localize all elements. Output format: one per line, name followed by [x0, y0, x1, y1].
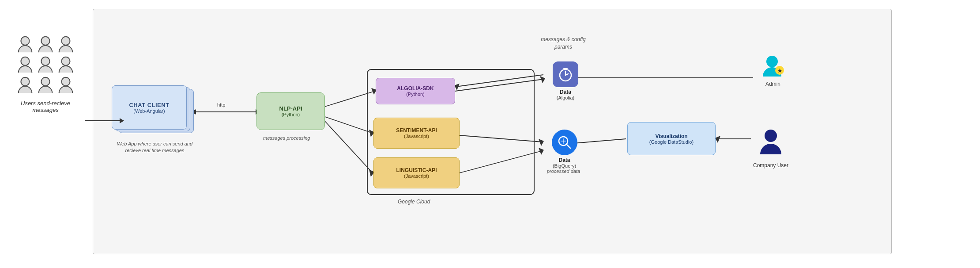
user-icon: [36, 56, 55, 74]
user-icon: [57, 35, 75, 54]
visualization-box: Visualization (Google DataStudio): [627, 122, 716, 155]
linguistic-api-box: LINGUISTIC-API (Javascript): [373, 157, 460, 188]
chat-client-subtitle: (Web-Angular): [133, 108, 165, 114]
user-icon: [36, 35, 55, 54]
user-icon: [36, 76, 55, 95]
user-icon: [57, 56, 75, 74]
svg-text:★: ★: [777, 68, 782, 74]
svg-point-3: [21, 57, 29, 65]
diagram-wrapper: Users send-recieve messages NLP (bidirec…: [0, 0, 980, 268]
linguistic-api-subtitle: (Javascript): [404, 173, 429, 179]
svg-marker-31: [715, 136, 720, 143]
sentiment-api-title: SENTIMENT-API: [396, 127, 437, 134]
svg-point-5: [61, 57, 70, 65]
svg-marker-19: [540, 76, 545, 83]
visualization-subtitle: (Google DataStudio): [649, 139, 694, 145]
main-architecture-box: NLP (bidirectional http) -->: [93, 9, 892, 254]
chat-client-container: CHAT CLIENT (Web-Angular) Web App where …: [112, 85, 193, 136]
data-bigquery-container: Data (BigQuery): [543, 130, 585, 168]
processed-data-label: processed data: [543, 168, 584, 174]
arrow-users-to-chat: [85, 120, 124, 121]
data-bigquery-label: Data: [558, 157, 570, 163]
algolia-sdk-box: ALGOLIA-SDK (Python): [376, 78, 455, 104]
linguistic-api-title: LINGUISTIC-API: [396, 167, 437, 173]
svg-line-16: [325, 121, 373, 173]
nlp-api-subtitle: (Python): [282, 112, 300, 117]
config-params-label: messages & config params: [539, 36, 588, 51]
admin-label: Admin: [765, 81, 780, 87]
admin-user-container: ★ Admin: [755, 54, 791, 87]
svg-point-8: [61, 77, 70, 86]
visualization-title: Visualization: [655, 133, 687, 139]
user-icon: [16, 76, 34, 95]
user-icons-grid: [16, 35, 75, 95]
chat-client-description: Web App where user can send and recieve …: [112, 141, 198, 154]
svg-line-14: [325, 117, 373, 133]
svg-line-38: [566, 144, 570, 148]
user-icon: [57, 76, 75, 95]
svg-point-7: [41, 77, 49, 86]
company-user-container: Company User: [751, 128, 791, 168]
svg-point-44: [765, 130, 777, 142]
svg-point-0: [21, 37, 29, 45]
user-icon: [16, 56, 34, 74]
algolia-icon: [553, 61, 578, 87]
company-user-label: Company User: [753, 162, 788, 168]
nlp-api-title: NLP-API: [279, 105, 302, 112]
data-algolia-sublabel: (Algolia): [557, 95, 574, 100]
user-icon: [16, 35, 34, 54]
algolia-sdk-subtitle: (Python): [406, 92, 425, 97]
svg-point-6: [21, 77, 29, 86]
svg-point-2: [61, 37, 70, 45]
sentiment-api-subtitle: (Javascript): [404, 134, 429, 139]
google-cloud-label: Google Cloud: [398, 199, 430, 205]
nlp-api-label: messages processing: [263, 135, 310, 141]
http-label: http: [217, 102, 225, 107]
data-algolia-container: Data (Algolia): [546, 61, 585, 100]
svg-point-1: [41, 37, 49, 45]
admin-icon: ★: [760, 54, 786, 79]
chat-client-stacked: CHAT CLIENT (Web-Angular): [112, 85, 193, 136]
data-algolia-label: Data: [560, 89, 571, 95]
chat-client-title: CHAT CLIENT: [129, 102, 169, 108]
nlp-api-box: NLP-API (Python): [256, 92, 325, 130]
sentiment-api-box: SENTIMENT-API (Javascript): [373, 118, 460, 149]
data-bigquery-sublabel: (BigQuery): [553, 163, 576, 168]
svg-point-41: [766, 56, 778, 67]
svg-point-4: [41, 57, 49, 65]
company-user-icon: [758, 128, 784, 161]
users-group: Users send-recieve messages: [8, 35, 83, 113]
algolia-sdk-title: ALGOLIA-SDK: [397, 85, 433, 92]
bigquery-icon: [552, 130, 577, 155]
users-label: Users send-recieve messages: [8, 100, 83, 113]
